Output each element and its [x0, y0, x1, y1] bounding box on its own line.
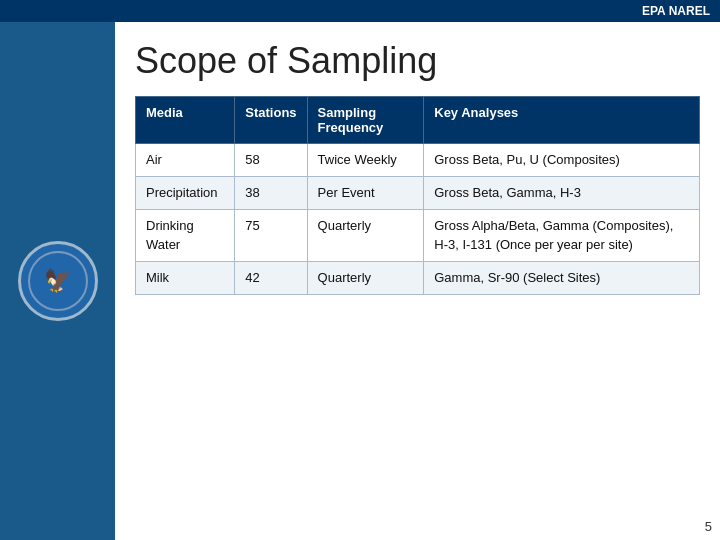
page-title: Scope of Sampling: [135, 40, 700, 82]
table-row: Drinking Water75QuarterlyGross Alpha/Bet…: [136, 210, 700, 261]
table-cell: Quarterly: [307, 210, 424, 261]
table-cell: Gamma, Sr-90 (Select Sites): [424, 261, 700, 294]
table-row: Milk42QuarterlyGamma, Sr-90 (Select Site…: [136, 261, 700, 294]
table-cell: Gross Beta, Gamma, H-3: [424, 177, 700, 210]
col-header-media: Media: [136, 97, 235, 144]
table-cell: Twice Weekly: [307, 144, 424, 177]
table-cell: 42: [235, 261, 307, 294]
table-cell: Quarterly: [307, 261, 424, 294]
table-cell: 38: [235, 177, 307, 210]
table-cell: Milk: [136, 261, 235, 294]
table-cell: Precipitation: [136, 177, 235, 210]
table-header-row: Media Stations Sampling Frequency Key An…: [136, 97, 700, 144]
table-cell: 75: [235, 210, 307, 261]
logo-circle: 🦅: [18, 241, 98, 321]
table-row: Air58Twice WeeklyGross Beta, Pu, U (Comp…: [136, 144, 700, 177]
page-number: 5: [705, 519, 712, 534]
table-cell: Air: [136, 144, 235, 177]
col-header-key-analyses: Key Analyses: [424, 97, 700, 144]
table-cell: Gross Alpha/Beta, Gamma (Composites), H-…: [424, 210, 700, 261]
brand-label: EPA NAREL: [642, 4, 710, 18]
epa-logo-icon: 🦅: [44, 268, 71, 294]
logo-inner: 🦅: [28, 251, 88, 311]
table-cell: Per Event: [307, 177, 424, 210]
top-bar: EPA NAREL: [0, 0, 720, 22]
col-header-stations: Stations: [235, 97, 307, 144]
sidebar: 🦅: [0, 22, 115, 540]
table-cell: 58: [235, 144, 307, 177]
scope-table: Media Stations Sampling Frequency Key An…: [135, 96, 700, 295]
table-cell: Drinking Water: [136, 210, 235, 261]
main-content: Scope of Sampling Media Stations Samplin…: [115, 22, 720, 540]
table-row: Precipitation38Per EventGross Beta, Gamm…: [136, 177, 700, 210]
table-cell: Gross Beta, Pu, U (Composites): [424, 144, 700, 177]
col-header-sampling-frequency: Sampling Frequency: [307, 97, 424, 144]
